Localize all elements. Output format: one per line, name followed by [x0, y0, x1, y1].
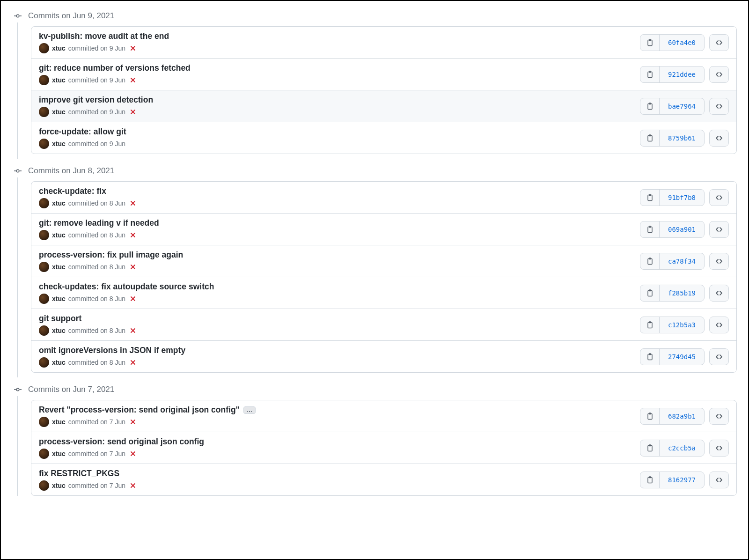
ci-status-fail[interactable] [130, 451, 136, 457]
author-link[interactable]: xtuc [52, 359, 66, 366]
commit-sha-link[interactable]: 682a9b1 [659, 408, 704, 424]
author-link[interactable]: xtuc [52, 108, 66, 116]
svg-rect-13 [648, 103, 652, 109]
author-link[interactable]: xtuc [52, 76, 66, 84]
commit-sha-link[interactable]: 8759b61 [659, 130, 704, 146]
author-link[interactable]: xtuc [52, 231, 66, 239]
browse-code-button[interactable] [709, 317, 729, 333]
author-link[interactable]: xtuc [52, 263, 66, 271]
avatar[interactable] [39, 357, 49, 368]
commit-sha-link[interactable]: 069a901 [659, 221, 704, 237]
avatar[interactable] [39, 43, 49, 53]
commit-sha-link[interactable]: 91bf7b8 [659, 190, 704, 206]
status-fail-icon [130, 360, 136, 365]
browse-code-button[interactable] [709, 98, 729, 115]
copy-sha-button[interactable] [640, 98, 659, 114]
avatar[interactable] [39, 262, 49, 272]
copy-sha-button[interactable] [640, 440, 659, 456]
browse-code-button[interactable] [709, 285, 729, 302]
commit-title-link[interactable]: improve git version detection [39, 95, 153, 105]
copy-sha-button[interactable] [640, 349, 659, 365]
browse-code-button[interactable] [709, 348, 729, 365]
commit-sha-link[interactable]: 2749d45 [659, 349, 704, 365]
copy-sha-button[interactable] [640, 190, 659, 206]
browse-code-button[interactable] [709, 253, 729, 270]
clipboard-icon [646, 353, 654, 361]
browse-code-button[interactable] [709, 408, 729, 425]
copy-sha-button[interactable] [640, 66, 659, 82]
author-link[interactable]: xtuc [52, 418, 66, 426]
avatar[interactable] [39, 139, 49, 149]
commit-title-link[interactable]: process-version: send original json conf… [39, 437, 204, 447]
ci-status-fail[interactable] [130, 232, 136, 238]
avatar[interactable] [39, 325, 49, 336]
commit-sha-link[interactable]: f285b19 [659, 285, 704, 301]
commit-title-link[interactable]: Revert "process-version: send original j… [39, 405, 240, 415]
ci-status-fail[interactable] [130, 109, 136, 115]
commit-title-link[interactable]: omit ignoreVersions in JSON if empty [39, 346, 185, 355]
ci-status-fail[interactable] [130, 483, 136, 488]
commit-title-link[interactable]: check-updates: fix autoupdate source swi… [39, 282, 214, 292]
commit-title-link[interactable]: fix RESTRICT_PKGS [39, 469, 119, 479]
commit-sha-link[interactable]: c2ccb5a [659, 440, 704, 456]
commits-list: check-update: fixxtuccommitted on 8 Jun9… [31, 181, 737, 373]
author-link[interactable]: xtuc [52, 199, 66, 207]
committed-text: committed on 8 Jun [68, 327, 125, 334]
copy-sha-button[interactable] [640, 472, 659, 488]
copy-sha-button[interactable] [640, 35, 659, 51]
author-link[interactable]: xtuc [52, 140, 66, 147]
avatar[interactable] [39, 294, 49, 304]
browse-code-button[interactable] [709, 221, 729, 238]
commit-title-link[interactable]: process-version: fix pull image again [39, 250, 183, 260]
browse-code-button[interactable] [709, 34, 729, 51]
author-link[interactable]: xtuc [52, 482, 66, 489]
committed-text: committed on 8 Jun [68, 295, 125, 302]
copy-sha-button[interactable] [640, 317, 659, 333]
status-fail-icon [130, 232, 136, 238]
copy-sha-button[interactable] [640, 253, 659, 269]
ci-status-fail[interactable] [130, 360, 136, 365]
browse-code-button[interactable] [709, 440, 729, 457]
commit-sha-link[interactable]: 8162977 [659, 472, 704, 488]
commit-sha-link[interactable]: c12b5a3 [659, 317, 704, 333]
browse-code-button[interactable] [709, 189, 729, 206]
author-link[interactable]: xtuc [52, 44, 66, 52]
avatar[interactable] [39, 449, 49, 459]
commit-title-link[interactable]: check-update: fix [39, 186, 106, 196]
avatar[interactable] [39, 417, 49, 427]
browse-code-button[interactable] [709, 130, 729, 147]
commit-title-link[interactable]: kv-publish: move audit at the end [39, 31, 169, 41]
copy-sha-button[interactable] [640, 285, 659, 301]
browse-code-button[interactable] [709, 472, 729, 488]
commit-sha-link[interactable]: 60fa4e0 [659, 35, 704, 51]
commit-sha-link[interactable]: bae7964 [659, 98, 704, 114]
author-link[interactable]: xtuc [52, 295, 66, 302]
commit-title-link[interactable]: git: remove leading v if needed [39, 218, 159, 228]
avatar[interactable] [39, 480, 49, 491]
commit-title-link[interactable]: git: reduce number of versions fetched [39, 63, 191, 73]
commit-actions: c2ccb5a [640, 440, 729, 457]
ci-status-fail[interactable] [130, 419, 136, 425]
expand-message-button[interactable]: … [243, 406, 256, 414]
ci-status-fail[interactable] [130, 264, 136, 270]
commit-actions: 8162977 [640, 472, 729, 488]
ci-status-fail[interactable] [130, 45, 136, 51]
copy-sha-button[interactable] [640, 221, 659, 237]
commit-title-link[interactable]: force-update: allow git [39, 127, 126, 137]
ci-status-fail[interactable] [130, 77, 136, 83]
ci-status-fail[interactable] [130, 200, 136, 206]
ci-status-fail[interactable] [130, 328, 136, 333]
author-link[interactable]: xtuc [52, 450, 66, 457]
commit-sha-link[interactable]: ca78f34 [659, 253, 704, 269]
ci-status-fail[interactable] [130, 296, 136, 302]
copy-sha-button[interactable] [640, 408, 659, 424]
author-link[interactable]: xtuc [52, 327, 66, 334]
commit-sha-link[interactable]: 921ddee [659, 66, 704, 82]
avatar[interactable] [39, 75, 49, 85]
copy-sha-button[interactable] [640, 130, 659, 146]
avatar[interactable] [39, 198, 49, 208]
avatar[interactable] [39, 230, 49, 240]
browse-code-button[interactable] [709, 66, 729, 83]
avatar[interactable] [39, 107, 49, 117]
commit-title-link[interactable]: git support [39, 314, 81, 324]
